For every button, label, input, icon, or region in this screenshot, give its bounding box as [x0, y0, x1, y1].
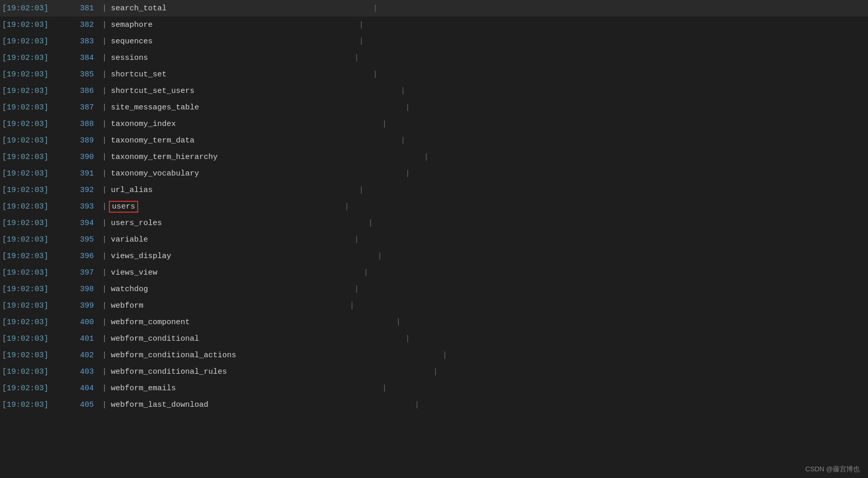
line-content: | webform_last_download|	[100, 401, 866, 409]
timestamp: [19:02:03]	[2, 21, 69, 29]
pipe-separator: |	[100, 103, 109, 112]
line-number: 401	[69, 334, 100, 343]
line-number: 383	[69, 37, 100, 46]
table-row: [19:02:03]405| webform_last_download|	[0, 396, 868, 413]
table-name: taxonomy_term_hierarchy	[109, 153, 218, 162]
table-row: [19:02:03]400| webform_component|	[0, 314, 868, 330]
table-name: semaphore	[109, 21, 153, 29]
line-number: 382	[69, 21, 100, 29]
line-number: 388	[69, 120, 100, 129]
line-number: 389	[69, 136, 100, 145]
line-content: | webform_conditional_actions|	[100, 351, 866, 360]
timestamp: [19:02:03]	[2, 136, 69, 145]
line-content: | webform_emails|	[100, 384, 866, 393]
line-content: | sequences|	[100, 37, 866, 46]
highlighted-table-name: users	[109, 201, 138, 213]
line-content: | shortcut_set_users|	[100, 87, 866, 95]
line-content: | watchdog|	[100, 285, 866, 294]
table-name: views_display	[109, 252, 171, 261]
table-name: webform_conditional	[109, 334, 199, 343]
line-content: | search_total|	[100, 4, 866, 13]
line-content: | taxonomy_vocabulary|	[100, 169, 866, 178]
table-name: site_messages_table	[109, 103, 199, 112]
pipe-separator: |	[100, 285, 109, 294]
line-number: 387	[69, 103, 100, 112]
line-content: |users|	[100, 201, 866, 213]
table-name: webform_component	[109, 318, 190, 327]
table-name: views_view	[109, 268, 157, 277]
line-number: 396	[69, 252, 100, 261]
column-separator: |	[359, 21, 364, 29]
line-number: 392	[69, 186, 100, 195]
column-separator: |	[350, 301, 354, 310]
table-row: [19:02:03]403| webform_conditional_rules…	[0, 363, 868, 380]
line-number: 400	[69, 318, 100, 327]
table-row: [19:02:03]404| webform_emails|	[0, 380, 868, 396]
timestamp: [19:02:03]	[2, 4, 69, 13]
line-content: | site_messages_table|	[100, 103, 866, 112]
timestamp: [19:02:03]	[2, 301, 69, 310]
column-separator: |	[382, 384, 387, 393]
pipe-separator: |	[100, 186, 109, 195]
column-separator: |	[364, 268, 368, 277]
table-name: url_alias	[109, 186, 153, 195]
column-separator: |	[354, 54, 359, 62]
pipe-separator: |	[100, 4, 109, 13]
table-name: taxonomy_vocabulary	[109, 169, 199, 178]
table-name: webform	[109, 301, 143, 310]
table-row: [19:02:03]401| webform_conditional|	[0, 330, 868, 347]
timestamp: [19:02:03]	[2, 401, 69, 409]
pipe-separator: |	[100, 235, 109, 244]
line-number: 403	[69, 368, 100, 376]
table-row: [19:02:03]385| shortcut_set|	[0, 66, 868, 83]
line-number: 384	[69, 54, 100, 62]
timestamp: [19:02:03]	[2, 54, 69, 62]
pipe-separator: |	[100, 136, 109, 145]
timestamp: [19:02:03]	[2, 186, 69, 195]
column-separator: |	[424, 153, 429, 162]
table-row: [19:02:03]381| search_total|	[0, 0, 868, 17]
column-separator: |	[373, 4, 378, 13]
pipe-separator: |	[100, 21, 109, 29]
table-row: [19:02:03]389| taxonomy_term_data|	[0, 132, 868, 149]
table-name: webform_last_download	[109, 401, 208, 409]
line-content: | variable|	[100, 235, 866, 244]
column-separator: |	[405, 103, 410, 112]
pipe-separator: |	[100, 301, 109, 310]
timestamp: [19:02:03]	[2, 235, 69, 244]
table-row: [19:02:03]387| site_messages_table|	[0, 99, 868, 116]
pipe-separator: |	[100, 202, 109, 211]
timestamp: [19:02:03]	[2, 153, 69, 162]
line-content: | webform|	[100, 301, 866, 310]
timestamp: [19:02:03]	[2, 384, 69, 393]
line-content: | views_display|	[100, 252, 866, 261]
table-row: [19:02:03]393|users|	[0, 198, 868, 215]
column-separator: |	[396, 318, 401, 327]
table-name: search_total	[109, 4, 167, 13]
column-separator: |	[405, 334, 410, 343]
line-number: 402	[69, 351, 100, 360]
table-row: [19:02:03]397| views_view|	[0, 264, 868, 281]
table-row: [19:02:03]382| semaphore|	[0, 17, 868, 33]
timestamp: [19:02:03]	[2, 368, 69, 376]
column-separator: |	[345, 202, 349, 211]
column-separator: |	[401, 136, 405, 145]
line-number: 395	[69, 235, 100, 244]
timestamp: [19:02:03]	[2, 252, 69, 261]
timestamp: [19:02:03]	[2, 285, 69, 294]
line-number: 390	[69, 153, 100, 162]
pipe-separator: |	[100, 54, 109, 62]
column-separator: |	[405, 169, 410, 178]
table-name: webform_conditional_actions	[109, 351, 236, 360]
timestamp: [19:02:03]	[2, 318, 69, 327]
timestamp: [19:02:03]	[2, 219, 69, 228]
line-content: | users_roles|	[100, 219, 866, 228]
column-separator: |	[354, 285, 359, 294]
line-content: | url_alias|	[100, 186, 866, 195]
column-separator: |	[378, 252, 382, 261]
pipe-separator: |	[100, 384, 109, 393]
line-content: | taxonomy_term_hierarchy|	[100, 153, 866, 162]
table-name: sequences	[109, 37, 153, 46]
table-row: [19:02:03]390| taxonomy_term_hierarchy|	[0, 149, 868, 165]
column-separator: |	[368, 219, 373, 228]
